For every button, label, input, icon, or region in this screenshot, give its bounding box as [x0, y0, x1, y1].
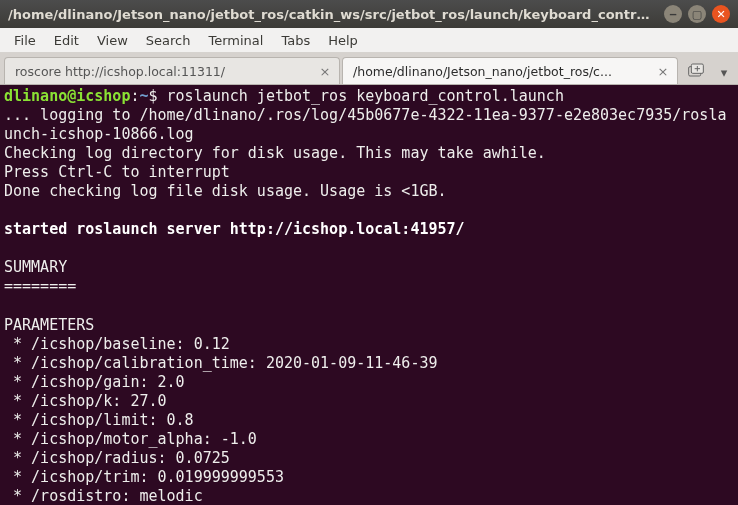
menu-edit[interactable]: Edit	[46, 30, 87, 51]
param-line: * /icshop/baseline: 0.12	[4, 335, 230, 353]
menu-view[interactable]: View	[89, 30, 136, 51]
window-minimize-button[interactable]: ‒	[664, 5, 682, 23]
tab-label: /home/dlinano/Jetson_nano/jetbot_ros/c..…	[353, 64, 649, 79]
param-line: * /icshop/trim: 0.019999999553	[4, 468, 284, 486]
param-line: * /icshop/k: 27.0	[4, 392, 167, 410]
roslaunch-server-line: started roslaunch server http://icshop.l…	[4, 220, 465, 238]
parameters-header: PARAMETERS	[4, 316, 94, 334]
prompt-symbol: $	[149, 87, 167, 105]
log-line: ... logging to /home/dlinano/.ros/log/45…	[4, 106, 726, 143]
menu-search[interactable]: Search	[138, 30, 199, 51]
param-line: * /rosdistro: melodic	[4, 487, 203, 505]
param-line: * /icshop/radius: 0.0725	[4, 449, 230, 467]
prompt-user-host: dlinano@icshop	[4, 87, 130, 105]
tab-close-icon[interactable]: ×	[317, 63, 333, 79]
new-tab-button[interactable]	[682, 58, 710, 82]
menu-tabs[interactable]: Tabs	[273, 30, 318, 51]
menu-help[interactable]: Help	[320, 30, 366, 51]
new-tab-icon	[688, 63, 704, 77]
param-line: * /icshop/limit: 0.8	[4, 411, 194, 429]
tab-menu-trigger-icon[interactable]: ▾	[714, 65, 734, 80]
window-close-button[interactable]: ✕	[712, 5, 730, 23]
menu-file[interactable]: File	[6, 30, 44, 51]
tab-keyboard-control[interactable]: /home/dlinano/Jetson_nano/jetbot_ros/c..…	[342, 57, 678, 84]
window-controls: ‒ ▢ ✕	[664, 5, 730, 23]
menubar: File Edit View Search Terminal Tabs Help	[0, 28, 738, 53]
tab-roscore[interactable]: roscore http://icshop.local:11311/ ×	[4, 57, 340, 84]
log-line: Done checking log file disk usage. Usage…	[4, 182, 447, 200]
summary-header: SUMMARY	[4, 258, 67, 276]
summary-sep: ========	[4, 277, 76, 295]
prompt-cwd: ~	[139, 87, 148, 105]
log-line: Press Ctrl-C to interrupt	[4, 163, 230, 181]
window-title: /home/dlinano/Jetson_nano/jetbot_ros/cat…	[8, 7, 656, 22]
window-titlebar: /home/dlinano/Jetson_nano/jetbot_ros/cat…	[0, 0, 738, 28]
log-line: Checking log directory for disk usage. T…	[4, 144, 546, 162]
prompt-command: roslaunch jetbot_ros keyboard_control.la…	[167, 87, 564, 105]
menu-terminal[interactable]: Terminal	[200, 30, 271, 51]
tabbar: roscore http://icshop.local:11311/ × /ho…	[0, 53, 738, 85]
tab-label: roscore http://icshop.local:11311/	[15, 64, 311, 79]
param-line: * /icshop/motor_alpha: -1.0	[4, 430, 257, 448]
param-line: * /icshop/calibration_time: 2020-01-09-1…	[4, 354, 437, 372]
param-line: * /icshop/gain: 2.0	[4, 373, 185, 391]
window-maximize-button[interactable]: ▢	[688, 5, 706, 23]
tab-close-icon[interactable]: ×	[655, 63, 671, 79]
terminal-output[interactable]: dlinano@icshop:~$ roslaunch jetbot_ros k…	[0, 85, 738, 505]
